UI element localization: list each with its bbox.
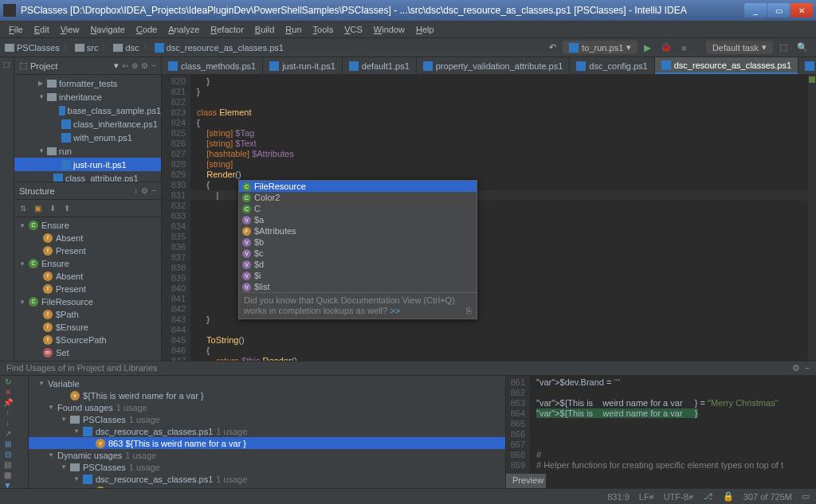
- completion-item[interactable]: CColor2: [239, 192, 477, 203]
- expand-all-icon[interactable]: ⊞: [2, 440, 14, 448]
- tree-item[interactable]: ▶formatter_tests: [14, 76, 161, 90]
- stop-button[interactable]: ■: [678, 41, 690, 54]
- task-selector[interactable]: Default task ▾: [706, 41, 773, 54]
- usage-item[interactable]: v863 ${This is weird name for a var }: [29, 437, 505, 449]
- completion-item[interactable]: V$a: [239, 214, 477, 225]
- collapse-icon[interactable]: ⇐: [122, 61, 128, 70]
- tree-item[interactable]: class_attribute.ps1: [14, 171, 161, 182]
- menu-tools[interactable]: Tools: [308, 23, 339, 36]
- gear-icon[interactable]: ⚙: [792, 363, 800, 373]
- menu-analyze[interactable]: Analyze: [163, 23, 205, 36]
- editor-tab[interactable]: class_inheritance.ps1: [798, 57, 816, 74]
- menu-build[interactable]: Build: [249, 23, 280, 36]
- hide-icon[interactable]: −: [805, 363, 810, 373]
- tree-item[interactable]: base_class_sample.ps1: [14, 104, 161, 117]
- file-encoding[interactable]: UTF-8≠: [664, 492, 693, 502]
- breadcrumb-item[interactable]: PSClasses: [5, 43, 60, 53]
- usage-item[interactable]: v${This is weird name for a var }: [29, 389, 505, 401]
- filter-icon[interactable]: ▼: [2, 481, 14, 488]
- rerun-icon[interactable]: ↻: [2, 377, 14, 386]
- editor-tab[interactable]: class_methods.ps1: [162, 57, 263, 74]
- breadcrumb-item[interactable]: dsc: [113, 43, 139, 53]
- usage-item[interactable]: ▼PSClasses 1 usage: [29, 413, 505, 425]
- preview-tab[interactable]: Preview: [506, 474, 546, 488]
- structure-item[interactable]: fAbsent: [14, 232, 161, 244]
- tree-item[interactable]: ▼run: [14, 144, 161, 158]
- menu-code[interactable]: Code: [131, 23, 163, 36]
- pin-icon[interactable]: ⎘: [466, 306, 472, 316]
- tree-item[interactable]: just-run-it.ps1: [14, 158, 161, 171]
- group-icon[interactable]: ▤: [2, 460, 14, 469]
- tree-item[interactable]: with_enum.ps1: [14, 131, 161, 144]
- collapse-all-icon[interactable]: ⊟: [2, 450, 14, 459]
- structure-item[interactable]: f$SourcePath: [14, 334, 161, 346]
- structure-item[interactable]: mSet: [14, 346, 161, 359]
- completion-item[interactable]: F$Attributes: [239, 225, 477, 236]
- structure-item[interactable]: fPresent: [14, 244, 161, 257]
- completion-item[interactable]: V$c: [239, 248, 477, 259]
- memory-indicator[interactable]: 307 of 725M: [743, 492, 792, 502]
- completion-item[interactable]: V$d: [239, 259, 477, 270]
- gear-icon[interactable]: ⚙: [141, 61, 148, 70]
- hide-icon[interactable]: −: [151, 61, 156, 70]
- usage-item[interactable]: ▼dsc_resource_as_classes.ps1 1 usage: [29, 473, 505, 485]
- pin-icon[interactable]: 📌: [2, 398, 14, 407]
- completion-item[interactable]: CC: [239, 203, 477, 214]
- tree-item[interactable]: ▼inheritance: [14, 90, 161, 104]
- structure-item[interactable]: ▼CEnsure: [14, 219, 161, 232]
- menu-vcs[interactable]: VCS: [339, 23, 368, 36]
- git-icon[interactable]: ⎇: [703, 491, 713, 502]
- structure-item[interactable]: ▼CEnsure: [14, 257, 161, 270]
- menu-file[interactable]: File: [3, 23, 29, 36]
- editor-marker-strip[interactable]: [808, 75, 816, 361]
- back-button[interactable]: ↶: [546, 41, 559, 54]
- structure-item[interactable]: f$Ensure: [14, 321, 161, 334]
- expand-icon[interactable]: ▣: [32, 203, 44, 213]
- breadcrumb-item[interactable]: src: [75, 43, 99, 53]
- menu-navigate[interactable]: Navigate: [84, 23, 130, 36]
- usage-item[interactable]: ▼Found usages 1 usage: [29, 401, 505, 413]
- chevron-down-icon[interactable]: ▾: [114, 61, 119, 71]
- menu-refactor[interactable]: Refactor: [205, 23, 249, 36]
- breadcrumb-item[interactable]: dsc_resource_as_classes.ps1: [155, 43, 284, 53]
- tree-item[interactable]: class_inheritance.ps1: [14, 117, 161, 131]
- search-icon[interactable]: 🔍: [794, 41, 811, 54]
- editor-tab[interactable]: property_validation_attribute.ps1: [417, 57, 571, 74]
- menu-edit[interactable]: Edit: [29, 23, 55, 36]
- preview-code[interactable]: "var">$dev.Brand = "" "var">${This is we…: [530, 376, 816, 474]
- usage-item[interactable]: ▼dsc_resource_as_classes.ps1 1 usage: [29, 425, 505, 437]
- menu-run[interactable]: Run: [280, 23, 307, 36]
- autoscroll-icon[interactable]: ⬇: [47, 203, 58, 213]
- minimize-button[interactable]: _: [744, 3, 767, 18]
- structure-item[interactable]: fAbsent: [14, 270, 161, 283]
- close-icon[interactable]: ✕: [2, 388, 14, 397]
- project-tool-button[interactable]: ⬚: [3, 61, 10, 68]
- completion-item[interactable]: V$b: [239, 236, 477, 248]
- project-view-selector[interactable]: ⬚: [19, 61, 27, 71]
- usage-item[interactable]: ▼PSClasses 1 usage: [29, 461, 505, 473]
- autoscroll-from-icon[interactable]: ⬆: [61, 203, 73, 213]
- debug-button[interactable]: 🐞: [657, 41, 675, 54]
- completion-item[interactable]: V$list: [239, 281, 477, 292]
- code-editor[interactable]: }} class Element{ [string] $Tag [string]…: [190, 75, 808, 361]
- editor-tab[interactable]: dsc_config.ps1: [570, 57, 654, 74]
- usage-item[interactable]: ▼Variable: [29, 377, 505, 389]
- notification-icon[interactable]: ▭: [802, 491, 810, 502]
- editor-tab[interactable]: just-run-it.ps1: [263, 57, 343, 74]
- menu-view[interactable]: View: [55, 23, 85, 36]
- menu-window[interactable]: Window: [368, 23, 410, 36]
- export-icon[interactable]: ↗: [2, 429, 14, 438]
- find-usages-tree[interactable]: ▼Variablev${This is weird name for a var…: [29, 376, 505, 488]
- run-button[interactable]: ▶: [641, 41, 654, 55]
- completion-item[interactable]: CFileResource: [239, 181, 477, 192]
- prev-icon[interactable]: ↑: [2, 408, 14, 417]
- editor-tab[interactable]: default1.ps1: [343, 57, 417, 74]
- next-icon[interactable]: ↓: [2, 419, 14, 428]
- menu-help[interactable]: Help: [410, 23, 440, 36]
- structure-item[interactable]: fPresent: [14, 283, 161, 295]
- run-config-selector[interactable]: to_run.ps1 ▾: [563, 41, 638, 54]
- structure-item[interactable]: f$Path: [14, 308, 161, 321]
- structure-item[interactable]: ▼CFileResource: [14, 295, 161, 308]
- maximize-button[interactable]: ▭: [767, 3, 790, 18]
- preview-icon[interactable]: ▦: [2, 471, 14, 479]
